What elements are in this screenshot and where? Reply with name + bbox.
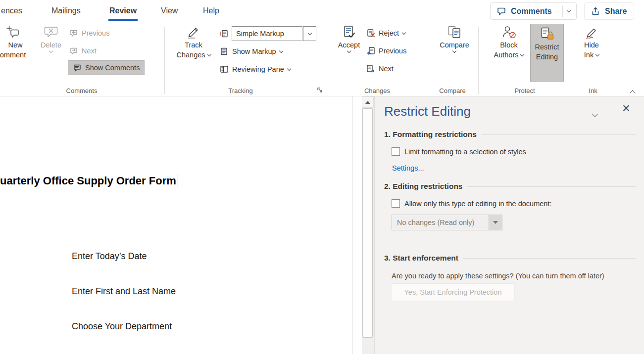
scrollbar-thumb[interactable]	[362, 108, 373, 338]
group-divider	[327, 27, 327, 94]
ink-group-label: Ink	[571, 87, 615, 94]
form-field-date-label[interactable]: Enter Today’s Date	[72, 251, 147, 262]
group-divider	[570, 27, 570, 94]
hide-ink-label-line2: Ink	[584, 51, 594, 59]
tab-help[interactable]: Help	[203, 0, 219, 22]
document-title-text: uarterly Office Supply Order Form	[0, 175, 176, 187]
tracking-dialog-launcher[interactable]	[316, 87, 323, 93]
share-icon	[591, 6, 600, 16]
restrict-editing-icon	[540, 27, 554, 42]
editing-restrictions-heading: 2. Editing restrictions	[384, 182, 636, 191]
tab-review[interactable]: Review	[109, 0, 137, 22]
delete-comment-button[interactable]: Delete	[36, 25, 66, 52]
track-changes-label-line2: Changes	[176, 51, 205, 59]
scroll-up-button[interactable]	[362, 96, 374, 108]
button-divider	[562, 6, 563, 17]
heading-rule	[467, 186, 636, 187]
form-field-name-label[interactable]: Enter First and Last Name	[72, 286, 176, 297]
restrict-editing-button[interactable]: Restrict Editing	[530, 24, 564, 82]
reviewing-pane-button[interactable]: Reviewing Pane	[220, 62, 291, 76]
compare-label: Compare	[440, 41, 469, 49]
tab-mailings[interactable]: Mailings	[51, 0, 81, 22]
new-comment-label-line2: omment	[0, 51, 26, 59]
allow-editing-checkbox[interactable]	[392, 199, 400, 208]
delete-comment-label: Delete	[41, 41, 61, 49]
reject-icon	[366, 29, 375, 38]
accept-label: Accept	[338, 41, 360, 49]
document-canvas[interactable]: uarterly Office Supply Order Form Enter …	[0, 96, 353, 354]
tab-view[interactable]: View	[161, 0, 178, 22]
comments-button[interactable]: Comments	[490, 2, 577, 20]
reviewing-pane-label: Reviewing Pane	[232, 65, 284, 73]
new-comment-button[interactable]: New omment	[0, 25, 33, 59]
next-change-label: Next	[379, 65, 394, 73]
previous-comment-icon	[69, 29, 78, 38]
hide-ink-button[interactable]: Hide Ink	[575, 25, 608, 59]
previous-change-label: Previous	[379, 47, 406, 55]
chevron-down-icon	[207, 52, 211, 56]
show-markup-label: Show Markup	[232, 47, 276, 55]
vertical-scrollbar[interactable]	[362, 96, 374, 354]
form-field-department-label[interactable]: Choose Your Department	[72, 321, 172, 332]
display-for-review-icon	[220, 29, 229, 38]
hide-ink-label-line1: Hide	[584, 41, 599, 49]
pane-menu-button[interactable]	[593, 109, 597, 118]
block-authors-button[interactable]: Block Authors	[492, 25, 526, 59]
reject-button[interactable]: Reject	[366, 26, 405, 40]
restrict-editing-pane: Restrict Editing × 1. Formatting restric…	[374, 96, 644, 354]
block-authors-icon	[501, 25, 516, 40]
formatting-restrictions-heading-text: 1. Formatting restrictions	[384, 130, 477, 139]
chevron-down-icon	[520, 52, 524, 56]
reviewing-pane-icon	[220, 65, 229, 74]
chevron-down-icon	[595, 52, 599, 56]
compare-button[interactable]: Compare	[436, 25, 473, 52]
restrict-editing-label-line1: Restrict	[535, 43, 559, 51]
delete-comment-icon	[44, 25, 58, 40]
restrict-editing-label-line2: Editing	[536, 53, 558, 61]
allow-editing-label: Allow only this type of editing in the d…	[404, 200, 551, 208]
previous-comment-button[interactable]: Previous	[69, 26, 109, 40]
chevron-down-icon	[567, 8, 571, 12]
block-authors-label-line2: Authors	[494, 51, 519, 59]
dropdown-arrow-button[interactable]	[489, 215, 502, 230]
editing-restrictions-heading-text: 2. Editing restrictions	[384, 182, 462, 191]
editing-type-dropdown[interactable]: No changes (Read only)	[392, 215, 502, 230]
editing-type-value: No changes (Read only)	[392, 219, 489, 226]
markup-view-dropdown-button[interactable]	[303, 26, 316, 41]
share-button-label: Share	[605, 7, 627, 16]
comments-group-label: Comments	[0, 87, 163, 94]
chevron-down-icon	[49, 49, 53, 53]
share-button[interactable]: Share	[584, 2, 634, 20]
chevron-down-icon	[592, 111, 597, 117]
chevron-down-icon	[402, 30, 406, 34]
settings-link[interactable]: Settings...	[392, 164, 424, 172]
accept-button[interactable]: Accept	[335, 25, 363, 52]
collapse-ribbon-button[interactable]	[631, 88, 635, 97]
show-comments-button[interactable]: Show Comments	[68, 60, 145, 75]
pane-title: Restrict Editing	[384, 104, 471, 119]
next-comment-button[interactable]: Next	[69, 44, 97, 58]
new-comment-label-line1: New	[8, 41, 22, 49]
show-markup-button[interactable]: Show Markup	[220, 44, 283, 58]
chevron-down-icon	[279, 48, 283, 52]
chevron-down-icon	[287, 66, 291, 70]
limit-formatting-checkbox[interactable]	[392, 147, 400, 156]
tracking-group-label: Tracking	[166, 87, 315, 94]
show-comments-icon	[73, 63, 82, 72]
compare-icon	[447, 25, 462, 40]
start-enforcing-button[interactable]: Yes, Start Enforcing Protection	[391, 283, 515, 301]
pane-close-button[interactable]: ×	[622, 102, 630, 115]
chevron-down-icon	[347, 49, 351, 53]
markup-view-value: Simple Markup	[236, 30, 284, 38]
document-title: uarterly Office Supply Order Form	[0, 174, 178, 187]
group-divider	[478, 27, 479, 94]
previous-change-button[interactable]: Previous	[366, 44, 406, 58]
tab-references[interactable]: ences	[1, 0, 22, 22]
limit-formatting-label: Limit formatting to a selection of style…	[404, 148, 526, 156]
previous-comment-label: Previous	[82, 29, 109, 37]
markup-view-combobox[interactable]: Simple Markup	[232, 26, 302, 41]
next-change-button[interactable]: Next	[366, 62, 394, 76]
track-changes-button[interactable]: Track Changes	[174, 25, 213, 59]
start-enforcement-heading-text: 3. Start enforcement	[384, 254, 458, 263]
next-comment-label: Next	[82, 47, 97, 55]
